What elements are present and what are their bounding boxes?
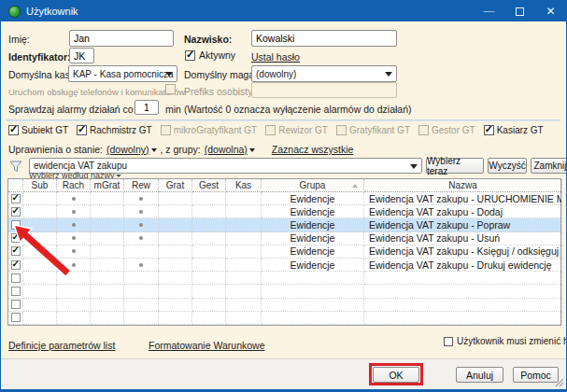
maximize-icon xyxy=(516,7,524,16)
active-checkbox[interactable] xyxy=(185,50,195,61)
column-header-nazwa[interactable]: Nazwa xyxy=(364,179,562,192)
row-checkbox[interactable] xyxy=(11,246,21,256)
name-cell: Ewidencja VAT zakupu - URUCHOMIENIE MO xyxy=(364,192,562,205)
row-checkbox[interactable] xyxy=(11,287,21,296)
column-header-grupa[interactable]: Grupa xyxy=(262,179,364,192)
column-header-kas[interactable]: Kas xyxy=(226,179,262,192)
app-icon xyxy=(8,6,21,18)
must-change-password-checkbox[interactable] xyxy=(444,337,453,346)
select-all-link[interactable]: Zaznacz wszystkie xyxy=(272,144,354,155)
resize-grip[interactable] xyxy=(553,376,564,387)
table-row[interactable]: EwidencjeEwidencja VAT zakupu - Usuń xyxy=(8,232,560,245)
chevron-down-icon xyxy=(165,72,173,77)
default-cash-combo[interactable]: KAP - Kasa pomocnicza xyxy=(68,65,177,82)
gestor-checkbox xyxy=(418,125,429,135)
permission-dot xyxy=(72,210,76,214)
subiekt-checkbox[interactable] xyxy=(8,125,19,135)
active-checkbox-row[interactable]: Aktywny xyxy=(185,49,235,61)
product-subiekt[interactable]: Subiekt GT xyxy=(8,125,68,135)
column-header-gest[interactable]: Gest xyxy=(192,179,226,192)
product-kasiarz[interactable]: Kasiarz GT xyxy=(484,125,544,135)
close-button[interactable]: ✕ xyxy=(535,1,566,21)
active-label: Aktywny xyxy=(199,49,235,61)
clear-button[interactable]: Wyczyść xyxy=(488,158,527,174)
group-dropdown[interactable]: (dowolna) xyxy=(205,144,255,155)
must-change-password-row[interactable]: Użytkownik musi zmienić hasło xyxy=(444,336,567,346)
name-cell xyxy=(364,285,562,298)
permission-dot xyxy=(72,263,76,267)
permission-dot xyxy=(139,223,143,227)
user-dialog-window: Użytkownik — ✕ Imię: Nazwisko: Identyfik… xyxy=(0,0,567,392)
table-row[interactable] xyxy=(8,299,560,312)
name-cell: Ewidencja VAT zakupu - Dodaj xyxy=(364,205,562,218)
permission-dot xyxy=(139,236,143,240)
permission-dot xyxy=(72,236,76,240)
products-row: Subiekt GT Rachmistrz GT mikroGratyfikan… xyxy=(8,125,544,135)
product-rewizor: Rewizor GT xyxy=(265,125,328,135)
default-cash-value: KAP - Kasa pomocnicza xyxy=(73,69,174,79)
product-mikrogratyfikant: mikroGratyfikant GT xyxy=(161,125,257,135)
divider xyxy=(7,119,560,121)
state-dropdown[interactable]: (dowolny) xyxy=(106,144,157,155)
alarm-hint: (Wartość 0 oznacza wyłączenie alarmów do… xyxy=(184,104,412,115)
table-row[interactable] xyxy=(8,312,560,325)
row-checkbox[interactable] xyxy=(11,207,21,217)
group-cell: Ewidencje xyxy=(262,218,364,231)
phone-service-checkbox xyxy=(165,84,176,94)
permission-dot xyxy=(72,197,76,201)
table-row[interactable]: EwidencjeEwidencja VAT zakupu - Popraw xyxy=(8,218,560,231)
ok-button[interactable]: OK xyxy=(373,367,419,383)
table-row[interactable] xyxy=(8,272,560,285)
column-header-checkbox[interactable] xyxy=(8,179,23,192)
column-header-rew[interactable]: Rew xyxy=(124,179,159,192)
name-cell xyxy=(364,312,562,325)
row-checkbox[interactable] xyxy=(11,260,21,270)
group-cell: Ewidencje xyxy=(262,192,364,205)
permission-dot xyxy=(139,263,143,267)
table-row[interactable]: EwidencjeEwidencja VAT zakupu - Dodaj xyxy=(8,205,560,218)
group-cell: Ewidencje xyxy=(262,245,364,259)
default-warehouse-value: (dowolny) xyxy=(256,69,296,79)
conditional-formatting-link[interactable]: Formatowanie Warunkowe xyxy=(149,340,265,351)
rachmistrz-checkbox[interactable] xyxy=(77,125,87,135)
last-name-input[interactable] xyxy=(251,30,397,47)
column-header-mgrat[interactable]: mGrat xyxy=(91,179,124,192)
maximize-button[interactable] xyxy=(504,1,535,21)
first-name-input[interactable] xyxy=(69,30,174,47)
window-title: Użytkownik xyxy=(26,6,78,17)
help-button[interactable]: Pomoc xyxy=(513,367,559,383)
chevron-down-icon xyxy=(151,148,157,152)
alarm-unit-label: min xyxy=(165,104,181,115)
default-warehouse-combo[interactable]: (dowolny) xyxy=(251,65,397,82)
row-checkbox[interactable] xyxy=(11,273,21,283)
permissions-table: SubRachmGratRewGratGestKasGrupaNazwa Ewi… xyxy=(7,178,561,326)
column-header-grat[interactable]: Grat xyxy=(159,179,192,192)
list-parameters-link[interactable]: Definicje parametrów list xyxy=(8,340,115,351)
close-filter-button[interactable]: Zamknij xyxy=(531,158,567,174)
row-checkbox[interactable] xyxy=(11,194,21,203)
group-cell: Ewidencje xyxy=(262,232,364,245)
select-now-button[interactable]: Wybierz teraz xyxy=(426,158,484,174)
table-row[interactable]: EwidencjeEwidencja VAT zakupu - Drukuj e… xyxy=(8,259,560,272)
column-header-sub[interactable]: Sub xyxy=(23,179,57,192)
column-header-rach[interactable]: Rach xyxy=(57,179,91,192)
kasiarz-checkbox[interactable] xyxy=(484,125,494,135)
title-bar: Użytkownik — ✕ xyxy=(1,1,566,21)
cancel-button[interactable]: Anuluj xyxy=(456,367,503,383)
permissions-group-label: , z grupy: xyxy=(161,144,201,155)
row-checkbox[interactable] xyxy=(11,220,21,230)
table-row[interactable] xyxy=(8,285,560,298)
table-row[interactable]: EwidencjeEwidencja VAT zakupu - Księguj … xyxy=(8,245,560,259)
name-cell xyxy=(364,272,562,285)
table-row[interactable]: EwidencjeEwidencja VAT zakupu - URUCHOMI… xyxy=(8,192,560,205)
row-checkbox[interactable] xyxy=(11,233,21,243)
identifier-label: Identyfikator: xyxy=(8,51,71,63)
row-checkbox[interactable] xyxy=(11,300,21,309)
row-checkbox[interactable] xyxy=(11,313,21,322)
identifier-input[interactable] xyxy=(69,48,94,63)
permissions-table-body: EwidencjeEwidencja VAT zakupu - URUCHOMI… xyxy=(8,192,560,325)
minimize-button[interactable]: — xyxy=(474,1,504,21)
set-password-link[interactable]: Ustal hasło xyxy=(251,51,300,63)
alarm-interval-input[interactable] xyxy=(135,100,159,115)
product-rachmistrz[interactable]: Rachmistrz GT xyxy=(77,125,152,135)
